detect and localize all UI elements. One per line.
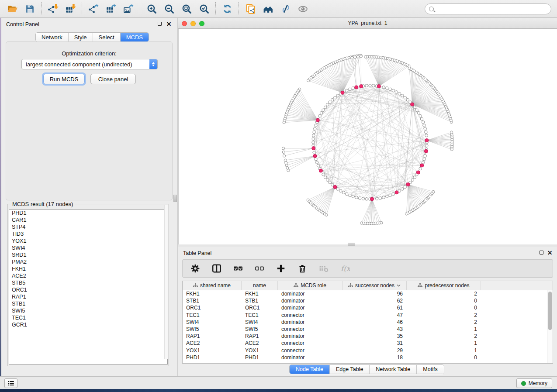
cell-shared-name[interactable]: STB1 <box>183 298 242 304</box>
network-graph[interactable] <box>179 29 557 244</box>
mcds-result-item[interactable]: STP4 <box>9 224 167 230</box>
memory-button[interactable]: Memory <box>516 378 552 388</box>
cell-name[interactable]: SWI5 <box>242 326 278 332</box>
import-network-button[interactable] <box>44 2 62 16</box>
cell-successor-nodes[interactable]: 18 <box>343 354 407 361</box>
cell-successor-nodes[interactable]: 31 <box>343 340 407 346</box>
table-row[interactable]: ORC1ORC1dominator610 <box>183 304 553 311</box>
table-row[interactable]: FKH1FKH1dominator962 <box>183 290 553 297</box>
cell-shared-name[interactable]: FKH1 <box>183 291 242 297</box>
tab-node-table[interactable]: Node Table <box>290 365 330 374</box>
cell-predecessor-nodes[interactable]: 1 <box>407 347 481 354</box>
cell-name[interactable]: PHD1 <box>242 354 278 361</box>
cell-MCDS-role[interactable]: connector <box>278 340 343 346</box>
cell-MCDS-role[interactable]: dominator <box>278 305 343 311</box>
table-row[interactable]: SWI5SWI5connector431 <box>183 326 553 333</box>
cell-successor-nodes[interactable]: 35 <box>343 333 407 339</box>
tab-mcds[interactable]: MCDS <box>121 33 149 41</box>
cell-MCDS-role[interactable]: dominator <box>278 333 343 339</box>
mcds-result-item[interactable]: ACE2 <box>9 272 167 279</box>
show-columns-button[interactable] <box>211 263 222 274</box>
cell-MCDS-role[interactable]: dominator <box>278 298 343 304</box>
cell-name[interactable]: ORC1 <box>242 305 278 311</box>
cell-successor-nodes[interactable]: 47 <box>343 312 407 318</box>
mcds-result-item[interactable]: SRD1 <box>9 251 167 258</box>
tab-select[interactable]: Select <box>93 33 121 41</box>
mcds-result-item[interactable]: ORC1 <box>9 286 167 293</box>
column-header-predecessor-nodes[interactable]: predecessor nodes <box>407 281 481 290</box>
table-row[interactable]: SWI4SWI4dominator462 <box>183 319 553 326</box>
cell-predecessor-nodes[interactable]: 2 <box>407 312 481 318</box>
close-panel-button[interactable]: ✕ <box>166 21 171 26</box>
network-window-titlebar[interactable]: YPA_prune.txt_1 <box>178 18 557 29</box>
table-row[interactable]: TEC1TEC1connector472 <box>183 312 553 319</box>
table-mode-button[interactable] <box>190 263 201 274</box>
mcds-result-item[interactable]: GCR1 <box>9 321 167 328</box>
column-header-name[interactable]: name <box>242 281 278 290</box>
mcds-list-scrollbar[interactable] <box>164 205 168 359</box>
mcds-result-item[interactable]: RAP1 <box>9 293 167 300</box>
search-box[interactable] <box>425 3 551 14</box>
cell-shared-name[interactable]: SWI5 <box>183 326 242 332</box>
cell-predecessor-nodes[interactable]: 2 <box>407 319 481 325</box>
share-document-button[interactable] <box>242 2 259 16</box>
cell-name[interactable]: STB1 <box>242 298 278 304</box>
cell-successor-nodes[interactable]: 62 <box>343 298 407 304</box>
visual-properties-button[interactable] <box>277 2 294 16</box>
cell-MCDS-role[interactable]: connector <box>278 312 343 318</box>
zoom-fit-button[interactable] <box>178 2 195 16</box>
table-scrollbar[interactable] <box>547 290 553 363</box>
cell-name[interactable]: SWI4 <box>242 319 278 325</box>
float-table-panel-button[interactable] <box>539 250 544 255</box>
tab-style[interactable]: Style <box>69 33 93 41</box>
cell-successor-nodes[interactable]: 96 <box>343 291 407 297</box>
open-folder-button[interactable] <box>3 2 21 16</box>
cell-predecessor-nodes[interactable]: 2 <box>407 333 481 339</box>
mcds-result-item[interactable]: SWI4 <box>9 244 167 251</box>
cell-MCDS-role[interactable]: dominator <box>278 319 343 325</box>
cell-name[interactable]: ACE2 <box>242 340 278 346</box>
tab-edge-table[interactable]: Edge Table <box>330 365 370 374</box>
cell-shared-name[interactable]: TEC1 <box>183 312 242 318</box>
cell-MCDS-role[interactable]: dominator <box>278 291 343 297</box>
table-row[interactable]: STB1STB1dominator620 <box>183 297 553 304</box>
splitter-grip-horizontal[interactable] <box>348 243 355 246</box>
zoom-out-button[interactable] <box>160 2 178 16</box>
table-row[interactable]: YOX1YOX1connector291 <box>183 347 553 354</box>
cell-predecessor-nodes[interactable]: 2 <box>407 291 481 297</box>
cell-name[interactable]: FKH1 <box>242 291 278 297</box>
close-panel-button-mcds[interactable]: Close panel <box>90 74 136 84</box>
cell-shared-name[interactable]: RAP1 <box>183 333 242 339</box>
column-header-MCDS-role[interactable]: MCDS role <box>278 281 343 290</box>
cell-name[interactable]: TEC1 <box>242 312 278 318</box>
cell-successor-nodes[interactable]: 43 <box>343 326 407 332</box>
optimization-criterion-select[interactable]: largest connected component (undirected) <box>21 59 158 69</box>
tab-motifs[interactable]: Motifs <box>417 365 443 374</box>
mcds-result-item[interactable]: PHD1 <box>9 210 167 217</box>
export-image-button[interactable] <box>120 2 137 16</box>
search-input[interactable] <box>436 5 551 13</box>
network-overview-button[interactable] <box>259 2 277 16</box>
tab-network-table[interactable]: Network Table <box>370 365 417 374</box>
new-column-button[interactable] <box>276 263 286 274</box>
cell-predecessor-nodes[interactable]: 1 <box>407 340 481 346</box>
deselect-all-button[interactable] <box>254 263 265 274</box>
delete-columns-button[interactable] <box>297 263 308 274</box>
cell-predecessor-nodes[interactable]: 0 <box>407 354 481 361</box>
mcds-result-list[interactable]: PHD1CAR1STP4TID3YOX1SWI4SRD1PMA2FKH1ACE2… <box>9 209 168 364</box>
cell-MCDS-role[interactable]: connector <box>278 347 343 354</box>
cell-shared-name[interactable]: YOX1 <box>183 347 242 354</box>
cell-successor-nodes[interactable]: 61 <box>343 305 407 311</box>
mcds-result-item[interactable]: TID3 <box>9 230 167 237</box>
mcds-result-item[interactable]: PMA2 <box>9 258 167 265</box>
tab-network[interactable]: Network <box>36 33 69 41</box>
cell-predecessor-nodes[interactable]: 1 <box>407 326 481 332</box>
zoom-in-button[interactable] <box>143 2 160 16</box>
save-button[interactable] <box>21 2 38 16</box>
cell-shared-name[interactable]: PHD1 <box>183 354 242 361</box>
cell-successor-nodes[interactable]: 46 <box>343 319 407 325</box>
mcds-result-item[interactable]: STB5 <box>9 279 167 286</box>
table-row[interactable]: PHD1PHD1dominator180 <box>183 354 553 361</box>
column-header-successor-nodes[interactable]: successor nodes <box>343 281 407 290</box>
network-view[interactable] <box>178 29 557 244</box>
